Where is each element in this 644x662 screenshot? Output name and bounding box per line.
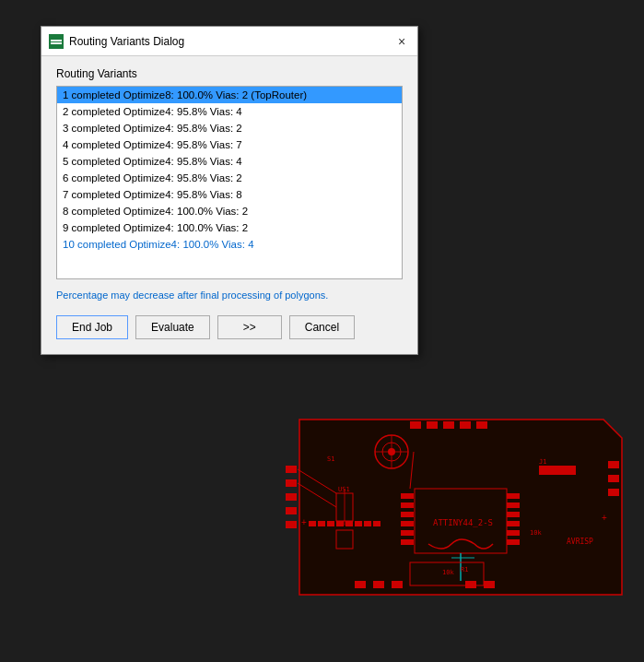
svg-text:S1: S1 — [327, 455, 334, 463]
svg-rect-42 — [557, 466, 576, 475]
routing-list-item[interactable]: 7 completed Optimize4: 95.8% Vias: 8 — [57, 186, 402, 203]
svg-rect-60 — [355, 521, 362, 526]
dialog-titlebar: Routing Variants Dialog × — [41, 27, 417, 56]
svg-rect-7 — [286, 479, 297, 487]
svg-text:AVRISP: AVRISP — [567, 538, 593, 546]
button-row: End JobEvaluate>>Cancel — [56, 315, 403, 339]
routing-list-item[interactable]: 2 completed Optimize4: 95.8% Vias: 4 — [57, 103, 402, 120]
svg-rect-20 — [401, 493, 414, 499]
routing-list-item[interactable]: 4 completed Optimize4: 95.8% Vias: 7 — [57, 136, 402, 153]
dialog-title: Routing Variants Dialog — [69, 35, 184, 48]
routing-list-item[interactable]: 3 completed Optimize4: 95.8% Vias: 2 — [57, 120, 402, 136]
svg-rect-68 — [51, 42, 62, 44]
svg-rect-26 — [507, 493, 520, 499]
svg-rect-25 — [401, 539, 414, 545]
svg-rect-13 — [608, 489, 619, 496]
svg-text:US1: US1 — [338, 486, 350, 493]
routing-list-item[interactable]: 6 completed Optimize4: 95.8% Vias: 2 — [57, 170, 402, 186]
svg-text:10k: 10k — [442, 569, 454, 576]
svg-rect-22 — [401, 512, 414, 517]
routing-list-item[interactable]: 9 completed Optimize4: 100.0% Vias: 2 — [57, 219, 402, 236]
svg-rect-61 — [364, 521, 371, 526]
svg-rect-62 — [373, 521, 381, 526]
svg-rect-16 — [392, 581, 403, 588]
svg-rect-1 — [410, 421, 421, 429]
svg-rect-24 — [401, 530, 414, 536]
svg-rect-4 — [460, 421, 471, 429]
svg-rect-58 — [336, 521, 344, 526]
routing-list-item[interactable]: 10 completed Optimize4: 100.0% Vias: 4 — [57, 236, 402, 253]
svg-rect-31 — [507, 539, 520, 545]
svg-text:R1: R1 — [461, 566, 468, 573]
svg-rect-21 — [401, 502, 414, 508]
svg-rect-14 — [355, 581, 366, 588]
next-button[interactable]: >> — [217, 315, 282, 339]
end-job-button[interactable]: End Job — [56, 315, 128, 339]
svg-text:+: + — [602, 513, 607, 523]
section-label: Routing Variants — [56, 67, 403, 80]
svg-rect-55 — [309, 521, 316, 526]
cancel-button[interactable]: Cancel — [289, 315, 355, 339]
svg-rect-9 — [286, 507, 297, 514]
routing-variants-list[interactable]: 1 completed Optimize8: 100.0% Vias: 2 (T… — [56, 86, 403, 279]
svg-text:ATTINY44_2-S: ATTINY44_2-S — [433, 518, 493, 527]
svg-rect-10 — [286, 521, 297, 528]
svg-rect-12 — [608, 475, 619, 482]
dialog-app-icon — [49, 34, 64, 49]
evaluate-button[interactable]: Evaluate — [135, 315, 210, 339]
svg-text:+: + — [301, 517, 307, 527]
svg-rect-30 — [507, 530, 520, 536]
svg-rect-11 — [608, 461, 619, 468]
dialog-content: Routing Variants 1 completed Optimize8: … — [41, 56, 417, 354]
svg-rect-28 — [507, 512, 520, 517]
svg-rect-41 — [539, 466, 557, 475]
info-text: Percentage may decrease after final proc… — [56, 289, 403, 302]
routing-list-item[interactable]: 8 completed Optimize4: 100.0% Vias: 2 — [57, 203, 402, 219]
svg-rect-27 — [507, 502, 520, 508]
dialog-close-button[interactable]: × — [393, 33, 410, 50]
svg-rect-18 — [484, 581, 495, 588]
routing-variants-dialog: Routing Variants Dialog × Routing Varian… — [41, 26, 418, 355]
svg-rect-57 — [327, 521, 334, 526]
svg-rect-3 — [443, 421, 454, 429]
svg-rect-5 — [476, 421, 487, 429]
svg-rect-67 — [51, 40, 62, 41]
routing-list-item[interactable]: 1 completed Optimize8: 100.0% Vias: 2 (T… — [57, 87, 402, 103]
svg-rect-15 — [373, 581, 384, 588]
svg-rect-2 — [427, 421, 438, 429]
routing-list-item[interactable]: 5 completed Optimize4: 95.8% Vias: 4 — [57, 153, 402, 170]
svg-rect-17 — [465, 581, 476, 588]
svg-rect-8 — [286, 493, 297, 501]
dialog-title-left: Routing Variants Dialog — [49, 34, 184, 49]
svg-text:J1: J1 — [539, 458, 546, 466]
svg-rect-23 — [401, 521, 414, 526]
svg-rect-56 — [318, 521, 325, 526]
svg-rect-29 — [507, 521, 520, 526]
svg-text:10k: 10k — [530, 529, 542, 537]
svg-rect-59 — [345, 521, 353, 526]
svg-rect-6 — [286, 466, 297, 473]
